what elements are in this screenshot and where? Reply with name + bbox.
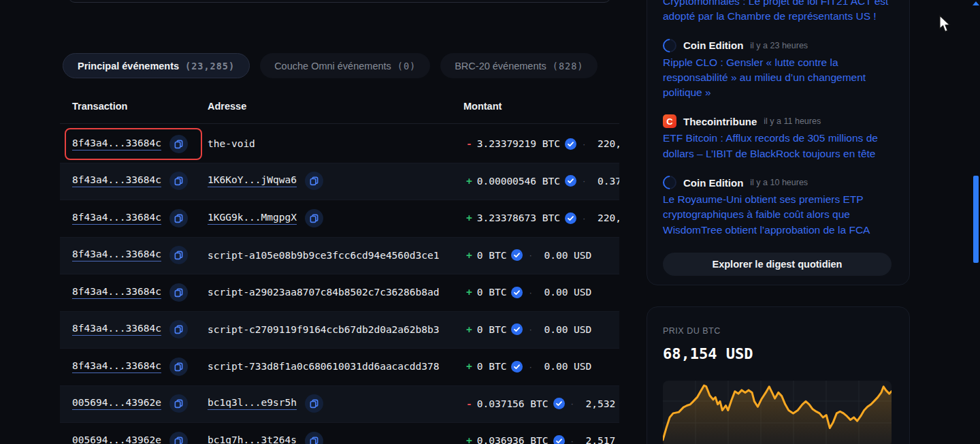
table-header: Transaction Adresse Montant <box>60 95 619 125</box>
copy-icon <box>309 398 319 409</box>
address-cell: bc1q7h...3t264s <box>208 432 323 444</box>
btc-price-chart[interactable] <box>663 381 892 444</box>
verified-check-icon <box>565 212 576 224</box>
copy-icon <box>174 287 184 298</box>
tab-principal-evenements[interactable]: Principal événements (23,285) <box>63 53 250 78</box>
search-bar-bottom-edge[interactable] <box>68 0 611 3</box>
row-divider <box>60 311 619 312</box>
copy-transaction-button[interactable] <box>169 320 188 338</box>
amount-sign: - <box>466 398 472 409</box>
column-header-montant: Montant <box>463 101 502 112</box>
transaction-hash-link[interactable]: 8f43a4...33684c <box>72 249 161 261</box>
address-cell: script-c2709119f9164ccb67db2d0a2a62b8b3 <box>208 324 439 335</box>
tab-count: (828) <box>553 61 584 72</box>
transaction-hash-link[interactable]: 005694...43962e <box>72 434 161 444</box>
table-row: 8f43a4...33684c script-a105e08b9b9ce3fcc… <box>60 237 619 274</box>
copy-icon <box>309 436 319 444</box>
news-item: Cryptomonnaies : Le projet de loi FIT21 … <box>663 0 894 25</box>
address-link[interactable]: bc1q3l...e9sr5h <box>208 397 297 410</box>
thecointribune-icon: C <box>663 114 676 128</box>
amount-btc: 0 BTC <box>477 250 507 261</box>
transaction-hash-link[interactable]: 8f43a4...33684c <box>72 360 161 373</box>
copy-transaction-button[interactable] <box>169 394 188 413</box>
copy-address-button[interactable] <box>305 172 323 190</box>
copy-icon <box>174 213 184 223</box>
amount-btc: 0.00000546 BTC <box>477 176 560 187</box>
coin-edition-icon <box>660 173 679 192</box>
table-row: 8f43a4...33684c script-733d8f1a0c6806100… <box>60 348 619 385</box>
copy-transaction-button[interactable] <box>169 246 188 264</box>
news-source-name: Thecointribune <box>683 116 757 127</box>
news-headline-link[interactable]: Ripple CLO : Gensler « lutte contre la r… <box>663 55 894 101</box>
table-row: 005694...43962e bc1q3l...e9sr5h - 0.0371… <box>60 385 619 423</box>
amount-cell: + 0.00000546 BTC · 0.37 <box>466 175 619 187</box>
row-divider <box>60 274 619 274</box>
transaction-cell: 8f43a4...33684c <box>72 358 188 376</box>
copy-icon <box>309 213 319 223</box>
scrollbar-thumb[interactable] <box>973 176 979 263</box>
dot-separator: · <box>529 250 532 260</box>
dot-separator: · <box>571 398 574 409</box>
copy-transaction-button[interactable] <box>169 172 188 190</box>
row-divider <box>60 200 619 200</box>
news-headline-link[interactable]: Le Royaume-Uni obtient ses premiers ETP … <box>663 192 894 238</box>
news-headline-link[interactable]: Cryptomonnaies : Le projet de loi FIT21 … <box>663 0 894 25</box>
transactions-table: Transaction Adresse Montant 8f43a4...336… <box>60 95 619 444</box>
copy-transaction-button[interactable] <box>169 358 188 376</box>
address-link[interactable]: bc1q7h...3t264s <box>208 434 297 444</box>
amount-btc: 3.23379219 BTC <box>477 138 560 149</box>
tab-brc20-evenements[interactable]: BRC-20 événements (828) <box>440 53 598 78</box>
copy-transaction-button[interactable] <box>169 283 188 302</box>
verified-check-icon <box>511 249 523 261</box>
scrollbar-up-arrow-icon[interactable] <box>973 1 979 5</box>
verified-check-icon <box>565 138 576 150</box>
amount-cell: + 3.23378673 BTC · 220, <box>466 212 619 224</box>
copy-address-button[interactable] <box>305 394 323 413</box>
amount-btc: 0 BTC <box>477 287 507 298</box>
copy-transaction-button[interactable] <box>169 135 188 153</box>
amount-sign: + <box>466 435 472 444</box>
transaction-hash-link[interactable]: 8f43a4...33684c <box>72 212 161 225</box>
address-text: script-a105e08b9b9ce3fcc6cd94e4560d3ce1 <box>208 250 439 261</box>
btc-price-card: PRIX DU BTC 68,154 USD <box>647 306 910 444</box>
transaction-hash-link[interactable]: 8f43a4...33684c <box>72 138 161 150</box>
copy-icon <box>174 436 184 444</box>
news-timestamp: il y a 23 heures <box>750 41 808 50</box>
news-timestamp: il y a 11 heures <box>764 116 821 126</box>
address-cell: script-a29023aa8707c84b8502c7c36286b8ad <box>208 287 439 298</box>
amount-usd: 0.00 USD <box>538 287 592 298</box>
amount-usd: 0.37 <box>591 176 619 187</box>
amount-usd: 0.00 USD <box>538 361 592 372</box>
copy-transaction-button[interactable] <box>169 209 188 227</box>
table-row: 005694...43962e bc1q7h...3t264s + 0.0369… <box>60 422 619 444</box>
address-cell: 1K6KoY...jWqwa6 <box>208 172 323 190</box>
dot-separator: · <box>529 324 532 334</box>
news-timestamp: il y a 10 heures <box>750 178 808 187</box>
address-link[interactable]: 1KGG9k...MmgpgX <box>208 212 297 225</box>
copy-address-button[interactable] <box>305 432 323 444</box>
transaction-hash-link[interactable]: 8f43a4...33684c <box>72 174 161 187</box>
address-link[interactable]: 1K6KoY...jWqwa6 <box>208 174 297 187</box>
copy-transaction-button[interactable] <box>169 432 188 444</box>
dot-separator: · <box>583 176 585 186</box>
verified-check-icon <box>553 398 565 409</box>
dot-separator: · <box>583 213 585 223</box>
copy-icon <box>174 139 184 149</box>
transaction-hash-link[interactable]: 8f43a4...33684c <box>72 286 161 299</box>
copy-address-button[interactable] <box>305 209 323 227</box>
row-divider <box>60 348 619 349</box>
amount-btc: 0.037156 BTC <box>477 398 549 409</box>
transaction-hash-link[interactable]: 8f43a4...33684c <box>72 323 161 336</box>
tab-couche-omni-evenements[interactable]: Couche Omni événements (0) <box>260 53 430 78</box>
amount-sign: + <box>466 250 472 261</box>
coin-edition-icon <box>660 35 679 54</box>
explore-digest-button[interactable]: Explorer le digest quotidien <box>663 253 892 276</box>
amount-sign: + <box>466 176 472 187</box>
dot-separator: · <box>571 436 574 444</box>
row-divider <box>60 163 619 163</box>
transaction-hash-link[interactable]: 005694...43962e <box>72 397 161 410</box>
amount-cell: + 0 BTC · 0.00 USD <box>466 287 591 298</box>
amount-sign: + <box>466 324 472 335</box>
news-headline-link[interactable]: ETF Bitcoin : Afflux records de 305 mill… <box>663 131 894 161</box>
tab-label: BRC-20 événements <box>455 61 546 72</box>
